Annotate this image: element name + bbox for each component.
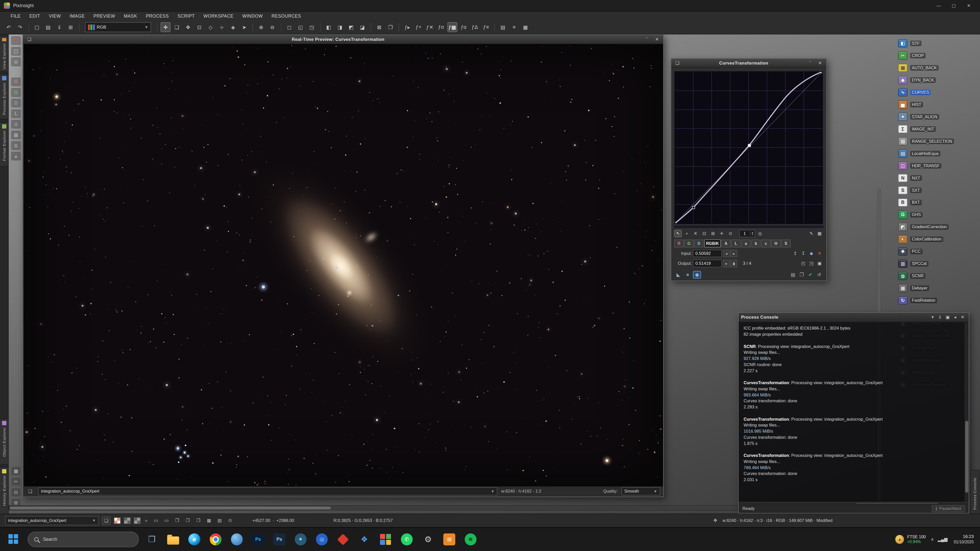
shade-icon[interactable]: ˆ — [643, 36, 651, 43]
apply-global-icon[interactable]: ■ — [684, 271, 692, 278]
screen-2-icon[interactable]: ▭ — [162, 516, 170, 525]
process-item-auto-back[interactable]: ▦AUTO_BACK — [898, 63, 978, 73]
scrollbar-thumb[interactable] — [10, 507, 331, 510]
curve-graph[interactable] — [674, 71, 823, 224]
process-item-crop[interactable]: ✂CROP — [898, 51, 978, 60]
close-button[interactable]: ✕ — [961, 1, 977, 10]
start-button[interactable] — [6, 531, 22, 548]
maximize-button[interactable]: ▢ — [946, 1, 961, 10]
console-pin-icon[interactable]: ▣ — [944, 314, 951, 321]
process-item-range-selection[interactable]: ▧RANGE_SELECTION — [898, 137, 978, 146]
cut-icon[interactable]: ✂ — [11, 477, 21, 486]
channel-button-rgb-k[interactable]: RGB/K — [704, 240, 721, 248]
process-item-ghs[interactable]: GGHS — [898, 210, 978, 220]
new-image-icon[interactable]: ▢ — [32, 22, 42, 32]
zoom-region-icon[interactable]: ⊡ — [194, 22, 204, 32]
red-channel-icon[interactable]: R — [11, 78, 21, 86]
process-history-icon[interactable]: ≡ — [509, 22, 519, 32]
edit-source-icon[interactable]: ▤ — [789, 271, 797, 278]
spotify-icon[interactable]: ≋ — [463, 531, 479, 548]
layout-grid-icon[interactable]: ▦ — [11, 467, 21, 475]
process-item-dyn-back[interactable]: ◆DYN_BACK — [898, 76, 978, 85]
frame-icon[interactable]: ▢ — [11, 47, 21, 56]
save-image-icon[interactable]: ⇓ — [54, 22, 64, 32]
taskbar-search[interactable]: Search — [27, 532, 139, 547]
channel-button-h[interactable]: H — [771, 240, 781, 248]
process-item-hist[interactable]: ▅HIST — [898, 100, 978, 110]
grid-toggle-icon[interactable]: ▦ — [816, 230, 823, 237]
sidebar-tab-history-explorer[interactable]: History Explorer — [0, 467, 9, 513]
process-container-icon[interactable]: ƒ▦ — [447, 22, 457, 32]
save-all-icon[interactable]: ⊞ — [65, 22, 76, 32]
luminance-channel-icon[interactable]: L — [11, 110, 21, 118]
green-channel-icon[interactable]: G — [11, 88, 21, 97]
edge-icon[interactable]: e — [186, 531, 203, 548]
edit-point-mode-icon[interactable]: ↖ — [674, 230, 682, 237]
menu-view[interactable]: VIEW — [45, 14, 65, 19]
output-value-field[interactable]: 0.51419 — [693, 260, 722, 267]
cursor-mode-icon[interactable]: ➤ — [239, 22, 249, 32]
process-item-star-align[interactable]: ✦STAR_ALIGN — [898, 112, 978, 122]
tray-expand-icon[interactable]: ∧ — [931, 537, 934, 542]
zoom-fit-icon[interactable]: ◱ — [296, 22, 305, 32]
process-item-fastrotation[interactable]: ↻FastRotation — [898, 296, 978, 305]
color-swatch-button[interactable] — [114, 517, 121, 524]
script-run-icon[interactable]: ƒ▸ — [402, 22, 412, 32]
sidebar-tab-view-explorer[interactable]: View Explorer — [0, 36, 9, 72]
sidebar-tab-object-explorer[interactable]: Object Explorer — [0, 419, 9, 465]
sidebar-tab-format-explorer[interactable]: Format Explorer — [0, 122, 9, 167]
pixinsight-icon[interactable]: ✶ — [293, 531, 309, 548]
graph-scroll-slider[interactable] — [674, 225, 823, 228]
process-item-image-int[interactable]: ΣIMAGE_INT — [898, 124, 978, 134]
show-all-curves-icon[interactable]: ✎ — [808, 230, 815, 237]
undo-icon[interactable]: ↶ — [4, 22, 14, 32]
preview-image[interactable] — [24, 44, 663, 486]
edit-preview-icon[interactable]: ◨ — [335, 22, 345, 32]
next-point-button[interactable]: ▸ — [730, 250, 737, 257]
channel-button-r[interactable]: R — [674, 240, 684, 248]
menu-script[interactable]: SCRIPT — [173, 14, 199, 19]
new-preview-icon[interactable]: ◧ — [324, 22, 334, 32]
red-diamond-app-icon[interactable] — [335, 531, 351, 548]
preview-mode-icon[interactable]: ◩ — [346, 22, 356, 32]
script-delta-icon[interactable]: ƒΔ — [470, 22, 480, 32]
console-dock-icon[interactable]: ◂ — [951, 314, 959, 321]
script-delete-icon[interactable]: ƒ✕ — [425, 22, 435, 32]
script-list-icon[interactable]: ƒ≡ — [481, 22, 491, 32]
thumbnail-icon[interactable]: ❏ — [102, 516, 110, 525]
process-item-debayer[interactable]: ▦Debayer — [898, 284, 978, 293]
channel-button-c[interactable]: c — [761, 240, 771, 248]
network-bars-icon[interactable]: ▂▄▆ — [938, 537, 947, 542]
reset-curve-icon[interactable]: ✕ — [816, 250, 823, 257]
probe-mode-icon[interactable]: ◇ — [205, 22, 215, 32]
collapse-icon[interactable]: ▲ — [11, 152, 21, 160]
process-item-colorcalibration[interactable]: ◐ColorCalibration — [898, 235, 978, 244]
whatsapp-icon[interactable]: ✆ — [399, 531, 415, 548]
stack-icon[interactable]: ≣ — [11, 141, 21, 150]
dynamic-mode-icon[interactable]: ◈ — [228, 22, 238, 32]
record-icon[interactable]: ● — [11, 36, 21, 45]
menu-image[interactable]: IMAGE — [65, 14, 89, 19]
smooth-curve-icon[interactable]: ◆ — [808, 250, 815, 257]
script-sigma-icon[interactable]: ƒσ — [436, 22, 446, 32]
mask-icon[interactable]: ▩ — [11, 130, 21, 139]
document-icon[interactable]: ❐ — [173, 516, 181, 525]
split-horizontal-icon[interactable]: ⊟ — [11, 488, 21, 497]
process-item-pcc[interactable]: ✺PCC — [898, 247, 978, 256]
scrollbar-thumb[interactable] — [965, 421, 968, 492]
last-point-button[interactable]: ▮ — [730, 260, 737, 267]
channel-button-l[interactable]: L — [731, 240, 741, 248]
redo-icon[interactable]: ↷ — [15, 22, 25, 32]
process-item-curves[interactable]: ∿CURVES — [898, 88, 978, 97]
zoom-in-icon[interactable]: ⊕ — [256, 22, 266, 32]
prev-point-button[interactable]: ◂ — [723, 250, 730, 257]
console-close-icon[interactable]: ✕ — [959, 314, 966, 321]
script-alpha-icon[interactable]: ƒα — [458, 22, 469, 32]
console-vscrollbar[interactable] — [964, 322, 969, 502]
menu-workspace[interactable]: WORKSPACE — [199, 14, 238, 19]
shade-icon[interactable]: ˆ — [807, 60, 814, 67]
minimize-button[interactable]: — — [931, 1, 946, 10]
console-scroll-lock-icon[interactable]: ⇓ — [936, 314, 944, 321]
channel-button-s[interactable]: S — [781, 240, 791, 248]
process-item-nxt[interactable]: NNXT — [898, 173, 978, 183]
